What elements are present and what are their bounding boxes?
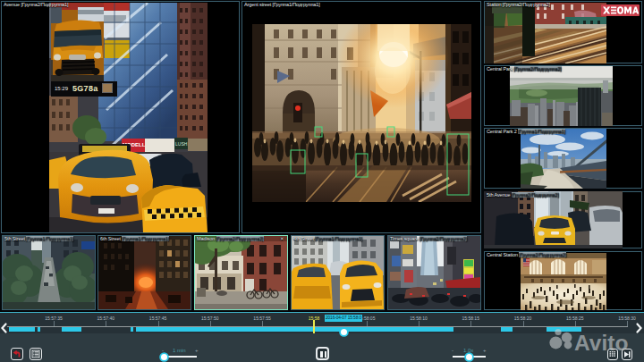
svg-text:LUSH: LUSH xyxy=(175,141,188,147)
